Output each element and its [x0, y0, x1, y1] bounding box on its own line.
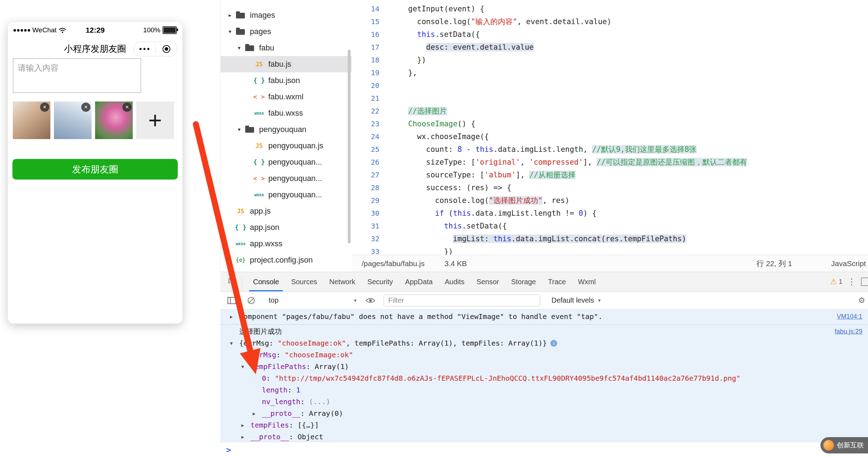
remove-image-icon[interactable]: ×: [122, 103, 132, 112]
remove-image-icon[interactable]: ×: [81, 103, 90, 112]
tree-item-fabu-wxss[interactable]: wxssfabu.wxss: [221, 105, 352, 121]
tree-item-pengyouquan[interactable]: ▾pengyouquan: [221, 121, 352, 138]
tree-item-app-wxss[interactable]: wxssapp.wxss: [221, 236, 352, 252]
source-link[interactable]: fabu.js:29: [835, 326, 862, 337]
tree-item-pengyouquan-[interactable]: < >pengyouquan...: [221, 170, 352, 187]
wxss-icon: wxss: [234, 236, 247, 252]
chevron-right-icon[interactable]: ▶: [241, 431, 244, 442]
console-row: nv_length: (...): [220, 396, 868, 408]
tree-item-fabu-wxml[interactable]: < >fabu.wxml: [221, 89, 352, 105]
code-line: 24 wx.chooseImage({: [352, 130, 868, 143]
tab-sensor[interactable]: Sensor: [471, 272, 505, 291]
tab-sources[interactable]: Sources: [285, 272, 323, 291]
code-line: 21: [352, 92, 868, 105]
warning-counter[interactable]: ⚠ 1: [830, 277, 842, 286]
close-mini-program-button[interactable]: [156, 45, 177, 53]
code-token: [408, 30, 417, 39]
tab-trace[interactable]: Trace: [542, 272, 572, 291]
code-token: 0: [578, 209, 583, 218]
tree-item-pengyouquan-[interactable]: wxsspengyouquan...: [221, 187, 352, 203]
console-text: tempFiles: [251, 421, 289, 429]
line-number: 16: [352, 28, 387, 41]
publish-button[interactable]: 发布朋友圈: [12, 159, 178, 180]
image-thumb-flower[interactable]: ×: [95, 101, 133, 139]
console-text: nv_length: [262, 397, 300, 406]
status-right: 100%: [122, 26, 177, 34]
tree-item-project-config-json[interactable]: {o}project.config.json: [221, 252, 352, 268]
tree-item-app-js[interactable]: JSapp.js: [221, 203, 352, 219]
tree-item-pengyouquan-js[interactable]: JSpengyouquan.js: [221, 138, 352, 154]
tree-item-app-json[interactable]: { }app.json: [221, 219, 352, 236]
tab-security[interactable]: Security: [361, 272, 399, 291]
console-text: {errMsg:: [239, 339, 278, 347]
tab-wxml[interactable]: Wxml: [572, 272, 602, 291]
code-text: if (this.data.imgList.length != 0) {: [387, 207, 597, 220]
chevron-down-icon[interactable]: ▾: [235, 126, 243, 133]
tree-item-fabu-json[interactable]: { }fabu.json: [221, 72, 352, 89]
console-settings-icon[interactable]: ⚙: [858, 296, 865, 305]
line-number: 15: [352, 15, 387, 28]
console-output: ▶Component "pages/fabu/fabu" does not ha…: [220, 309, 868, 442]
tab-audits[interactable]: Audits: [439, 272, 471, 291]
code-token: getInput(event) {: [408, 5, 484, 13]
inspect-element-icon[interactable]: [225, 277, 240, 286]
code-token: .setData({: [435, 30, 480, 39]
chevron-down-icon[interactable]: ▼: [241, 361, 244, 373]
tab-network[interactable]: Network: [323, 272, 361, 291]
more-menu-button[interactable]: [134, 48, 155, 50]
tree-item-pengyouquan-[interactable]: { }pengyouquan...: [221, 154, 352, 170]
info-icon[interactable]: i: [550, 340, 557, 347]
code-token: ChooseImage: [408, 120, 457, 128]
code-text: success: (res) => {: [387, 181, 511, 194]
context-selector[interactable]: top ▼: [264, 296, 357, 304]
file-name-label: app.wxss: [250, 239, 282, 248]
tab-console[interactable]: Console: [247, 272, 285, 291]
chevron-right-icon[interactable]: ▶: [241, 419, 244, 431]
tree-scrollbar[interactable]: [348, 50, 351, 243]
more-options-icon[interactable]: ⋮: [847, 277, 856, 287]
line-number: 14: [352, 2, 387, 15]
code-token: //从相册选择: [529, 171, 575, 179]
add-image-button[interactable]: +: [136, 101, 174, 139]
line-number: 30: [352, 207, 387, 220]
chevron-right-icon[interactable]: ▶: [253, 408, 256, 419]
post-text-input[interactable]: [13, 59, 141, 92]
line-number: 29: [352, 194, 387, 207]
tab-appdata[interactable]: AppData: [399, 272, 439, 291]
tree-item-fabu[interactable]: ▾fabu: [221, 40, 352, 56]
tree-item-images[interactable]: ▸images: [221, 7, 352, 23]
code-line: 16 this.setData({: [352, 28, 868, 41]
console-text: : Array(0): [300, 409, 343, 418]
tab-storage[interactable]: Storage: [505, 272, 542, 291]
console-text: "chooseImage:ok": [285, 351, 353, 359]
console-filter-input[interactable]: [384, 294, 540, 307]
code-text: [387, 92, 408, 105]
console-sidebar-icon[interactable]: [225, 297, 239, 304]
console-row: ▶__proto__: Array(0): [220, 408, 868, 419]
log-levels-selector[interactable]: Default levels ▼: [551, 296, 601, 304]
code-text: wx.chooseImage({: [387, 130, 489, 143]
source-link[interactable]: VM104:1: [837, 311, 862, 323]
chevron-down-icon[interactable]: ▾: [235, 45, 243, 51]
eye-icon[interactable]: [363, 297, 378, 304]
console-text: : Array(1): [306, 362, 349, 371]
console-toolbar: top ▼ Default levels ▼ ⚙: [220, 292, 868, 309]
code-token: ],: [516, 171, 529, 179]
remove-image-icon[interactable]: ×: [40, 103, 49, 112]
code-line: 26 sizeType: ['original', 'compressed'],…: [352, 156, 868, 169]
console-row: ▶Component "pages/fabu/fabu" does not ha…: [220, 311, 868, 325]
code-area[interactable]: 14getInput(event) {15 console.log("输入的内容…: [352, 0, 868, 255]
chevron-down-icon[interactable]: ▼: [230, 337, 233, 349]
image-thumb-person[interactable]: ×: [13, 101, 50, 139]
chevron-right-icon[interactable]: ▶: [230, 311, 233, 323]
chevron-right-icon[interactable]: ▸: [226, 12, 234, 18]
dock-icon[interactable]: [861, 277, 868, 286]
chevron-down-icon[interactable]: ▾: [226, 28, 234, 35]
clear-console-icon[interactable]: [245, 297, 258, 304]
tree-item-fabu-js[interactable]: JSfabu.js: [221, 56, 352, 72]
tree-item-pages[interactable]: ▾pages: [221, 23, 352, 40]
image-thumb-sky[interactable]: ×: [54, 101, 92, 139]
code-text: this.setData({: [387, 220, 507, 232]
line-number: 27: [352, 169, 387, 181]
console-prompt[interactable]: >: [220, 442, 868, 457]
